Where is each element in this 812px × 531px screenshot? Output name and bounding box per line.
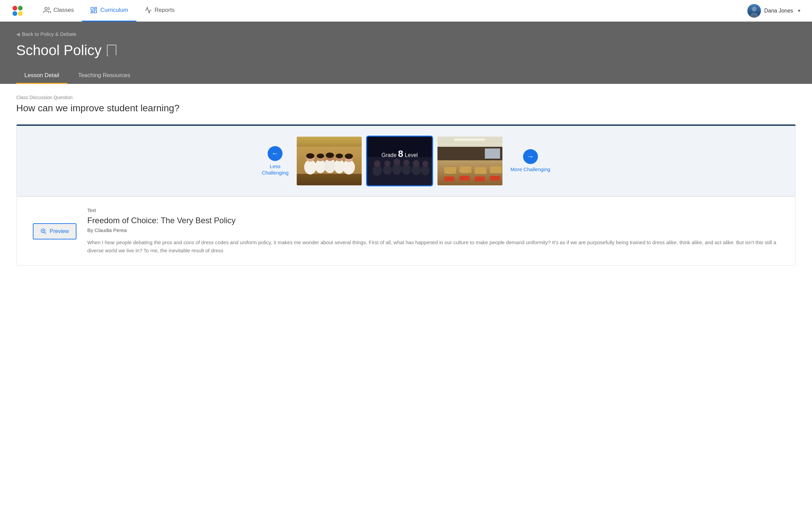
- username-label: Dana Jones: [764, 8, 793, 14]
- svg-point-24: [336, 153, 343, 158]
- lesson-tabs: Lesson Detail Teaching Resources: [16, 68, 796, 84]
- navbar: Classes Curriculum Reports: [0, 0, 812, 21]
- svg-point-39: [422, 161, 428, 167]
- svg-rect-56: [475, 177, 485, 181]
- svg-rect-46: [444, 167, 456, 174]
- svg-rect-48: [475, 167, 487, 174]
- svg-point-2: [13, 11, 17, 16]
- grade8-classroom-image: Grade 8 Level: [367, 137, 432, 185]
- svg-point-4: [45, 8, 47, 10]
- chevron-down-icon: ▼: [797, 9, 801, 13]
- nav-classes[interactable]: Classes: [35, 0, 82, 21]
- svg-rect-43: [454, 138, 485, 141]
- curriculum-label: Curriculum: [100, 7, 128, 14]
- page-header: ◀ Back to Policy & Debate School Policy …: [0, 21, 812, 84]
- svg-point-11: [304, 160, 316, 175]
- more-challenging-button[interactable]: → More Challenging: [510, 149, 550, 173]
- text-card-content: Text Freedom of Choice: The Very Best Po…: [87, 208, 779, 255]
- svg-line-59: [45, 232, 46, 234]
- tab-teaching-resources[interactable]: Teaching Resources: [70, 68, 139, 84]
- svg-point-37: [413, 160, 420, 167]
- preview-button[interactable]: Preview: [33, 223, 76, 239]
- user-menu[interactable]: Dana Jones ▼: [748, 4, 801, 18]
- more-challenging-arrow-icon: →: [523, 149, 538, 164]
- svg-rect-54: [444, 177, 454, 181]
- preview-label: Preview: [50, 228, 69, 234]
- main-content: Class Discussion Question How can we imp…: [0, 84, 812, 277]
- nav-items: Classes Curriculum Reports: [35, 0, 748, 21]
- svg-rect-55: [460, 176, 469, 181]
- nav-reports[interactable]: Reports: [136, 0, 183, 21]
- avatar-image: [748, 4, 761, 18]
- back-link[interactable]: ◀ Back to Policy & Debate: [16, 31, 796, 37]
- less-challenging-button[interactable]: ← LessChallenging: [262, 146, 289, 176]
- level-selector: ← LessChallenging: [16, 124, 796, 196]
- svg-point-31: [385, 160, 390, 166]
- text-card: Preview Text Freedom of Choice: The Very…: [16, 196, 796, 266]
- svg-rect-42: [437, 137, 503, 147]
- svg-rect-47: [460, 166, 471, 173]
- svg-point-33: [393, 159, 400, 165]
- level-cards: Grade 8 Level: [297, 137, 503, 185]
- svg-rect-57: [490, 176, 500, 181]
- svg-point-3: [18, 11, 23, 16]
- people-icon: [43, 6, 51, 14]
- svg-rect-49: [490, 166, 502, 173]
- svg-point-1: [18, 6, 23, 11]
- tab-lesson-detail[interactable]: Lesson Detail: [16, 68, 67, 84]
- text-author: By Claudia Perea: [87, 227, 779, 233]
- svg-point-29: [374, 160, 381, 167]
- less-challenging-label: LessChallenging: [262, 163, 289, 176]
- class-discussion-label: Class Discussion Question: [16, 95, 796, 100]
- less-challenging-arrow-icon: ←: [267, 146, 282, 161]
- students-uniform-image: [297, 137, 362, 185]
- text-label: Text: [87, 208, 779, 213]
- svg-point-25: [345, 153, 353, 159]
- reports-icon: [144, 6, 152, 14]
- preview-search-icon: [40, 228, 47, 235]
- svg-point-0: [13, 6, 17, 11]
- classes-label: Classes: [54, 7, 74, 14]
- back-arrow-icon: ◀: [16, 31, 20, 37]
- back-label: Back to Policy & Debate: [22, 31, 76, 37]
- svg-rect-5: [91, 8, 93, 10]
- text-excerpt: When I hear people debating the pros and…: [87, 238, 779, 255]
- level-card-8[interactable]: Grade 8 Level: [367, 137, 432, 185]
- bookmark-icon[interactable]: [107, 45, 116, 56]
- svg-rect-45: [485, 148, 500, 159]
- svg-point-22: [317, 153, 324, 158]
- level-card-7[interactable]: [297, 137, 362, 185]
- curriculum-icon: [90, 6, 98, 14]
- avatar: [748, 4, 761, 18]
- text-title: Freedom of Choice: The Very Best Policy: [87, 216, 779, 225]
- title-row: School Policy: [16, 42, 796, 59]
- page-title: School Policy: [16, 42, 102, 59]
- level-card-9[interactable]: [437, 137, 503, 185]
- nav-curriculum[interactable]: Curriculum: [82, 0, 136, 21]
- more-challenging-label: More Challenging: [510, 166, 550, 173]
- svg-point-21: [306, 153, 314, 159]
- svg-point-23: [326, 152, 334, 158]
- svg-point-35: [403, 160, 409, 166]
- reports-label: Reports: [155, 7, 175, 14]
- empty-classroom-image: [437, 137, 503, 185]
- app-logo[interactable]: [11, 4, 24, 18]
- svg-point-7: [752, 7, 756, 12]
- discussion-question: How can we improve student learning?: [16, 103, 796, 114]
